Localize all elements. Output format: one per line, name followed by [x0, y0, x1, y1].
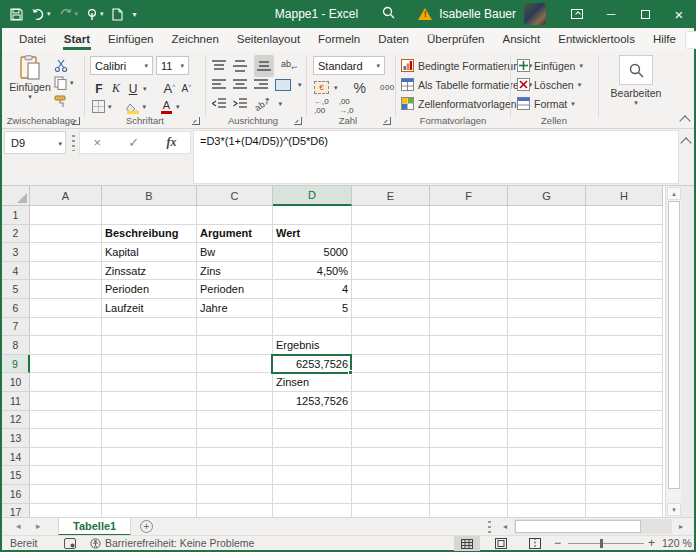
- cell-C9[interactable]: [197, 355, 273, 374]
- cell-C5[interactable]: Perioden: [197, 280, 273, 299]
- paste-button[interactable]: Einfügen ▾: [8, 55, 52, 101]
- underline-button[interactable]: U: [126, 82, 140, 96]
- cell-H6[interactable]: [586, 299, 663, 318]
- cell-A7[interactable]: [30, 318, 102, 337]
- page-break-view-button[interactable]: [522, 536, 548, 551]
- cell-A11[interactable]: [30, 392, 102, 411]
- cell-A2[interactable]: [30, 225, 102, 244]
- vertical-scrollbar[interactable]: ▴ ▾: [665, 186, 681, 517]
- hscroll-right-icon[interactable]: ▸: [674, 519, 688, 534]
- tab-daten[interactable]: Daten: [369, 29, 418, 50]
- undo-dropdown-icon[interactable]: ▾: [47, 10, 51, 18]
- comma-style-button[interactable]: 000: [380, 83, 395, 92]
- cell-C1[interactable]: [197, 206, 273, 225]
- cell-H2[interactable]: [586, 225, 663, 244]
- cell-A13[interactable]: [30, 429, 102, 448]
- cell-F12[interactable]: [430, 411, 508, 430]
- cell-A15[interactable]: [30, 466, 102, 485]
- merge-dropdown-icon[interactable]: ▾: [298, 81, 302, 89]
- cell-B13[interactable]: [102, 429, 197, 448]
- user-avatar[interactable]: [524, 3, 546, 25]
- row-header-9[interactable]: 9: [2, 355, 30, 374]
- cell-E11[interactable]: [352, 392, 430, 411]
- increase-decimal-button[interactable]: ←,0,00: [314, 97, 329, 115]
- cell-D5[interactable]: 4: [273, 280, 352, 299]
- cell-G11[interactable]: [508, 392, 586, 411]
- cell-H14[interactable]: [586, 448, 663, 467]
- accounting-dropdown-icon[interactable]: ▾: [334, 84, 338, 92]
- share-button[interactable]: Teilen: [685, 31, 696, 49]
- close-button[interactable]: ×: [662, 0, 696, 28]
- accessibility-status[interactable]: Barrierefreiheit: Keine Probleme: [105, 537, 254, 549]
- cell-G6[interactable]: [508, 299, 586, 318]
- save-icon[interactable]: [8, 4, 25, 24]
- normal-view-button[interactable]: [454, 536, 480, 551]
- percent-style-button[interactable]: %: [354, 80, 366, 96]
- number-dialog-launcher[interactable]: [383, 117, 391, 125]
- zoom-slider-track[interactable]: [568, 543, 644, 544]
- cell-E7[interactable]: [352, 318, 430, 337]
- cell-E4[interactable]: [352, 262, 430, 281]
- cell-H16[interactable]: [586, 485, 663, 504]
- cell-E10[interactable]: [352, 373, 430, 392]
- decrease-decimal-button[interactable]: ,00→,0: [339, 97, 354, 115]
- tab-hilfe[interactable]: Hilfe: [644, 29, 685, 50]
- cell-C7[interactable]: [197, 318, 273, 337]
- cell-A1[interactable]: [30, 206, 102, 225]
- increase-indent-icon[interactable]: [233, 98, 247, 110]
- zoom-slider-thumb[interactable]: [600, 539, 603, 548]
- cell-D9[interactable]: 6253,7526: [273, 355, 352, 374]
- cell-A17[interactable]: [30, 504, 102, 517]
- column-header-E[interactable]: E: [352, 186, 430, 206]
- cell-A9[interactable]: [30, 355, 102, 374]
- scroll-up-icon[interactable]: ▴: [667, 187, 681, 200]
- merge-center-button[interactable]: [275, 79, 291, 91]
- cell-B12[interactable]: [102, 411, 197, 430]
- row-header-2[interactable]: 2: [2, 225, 30, 244]
- cell-G14[interactable]: [508, 448, 586, 467]
- tab-start[interactable]: Start: [55, 29, 99, 50]
- tab-datei[interactable]: Datei: [10, 29, 55, 50]
- cell-G12[interactable]: [508, 411, 586, 430]
- column-header-A[interactable]: A: [30, 186, 102, 206]
- new-sheet-button[interactable]: +: [140, 520, 153, 533]
- cell-C16[interactable]: [197, 485, 273, 504]
- cell-H13[interactable]: [586, 429, 663, 448]
- cell-A14[interactable]: [30, 448, 102, 467]
- cell-F2[interactable]: [430, 225, 508, 244]
- number-format-combobox[interactable]: Standard▾: [313, 56, 385, 75]
- hscroll-left-icon[interactable]: ◂: [498, 519, 512, 534]
- cell-H8[interactable]: [586, 336, 663, 355]
- cell-H9[interactable]: [586, 355, 663, 374]
- cell-E17[interactable]: [352, 504, 430, 517]
- cell-F17[interactable]: [430, 504, 508, 517]
- row-header-5[interactable]: 5: [2, 280, 30, 299]
- sheet-tab-tabelle1[interactable]: Tabelle1: [58, 518, 131, 536]
- cell-C12[interactable]: [197, 411, 273, 430]
- cell-A10[interactable]: [30, 373, 102, 392]
- accounting-format-button[interactable]: €: [314, 81, 329, 94]
- font-size-combobox[interactable]: 11▾: [156, 56, 189, 75]
- bold-button[interactable]: F: [92, 82, 106, 96]
- font-color-dropdown-icon[interactable]: ▾: [176, 103, 180, 111]
- cell-B5[interactable]: Perioden: [102, 280, 197, 299]
- cell-G8[interactable]: [508, 336, 586, 355]
- minimize-button[interactable]: ─: [594, 0, 628, 28]
- macro-record-icon[interactable]: [64, 538, 76, 551]
- row-header-8[interactable]: 8: [2, 336, 30, 355]
- page-layout-view-button[interactable]: [488, 536, 514, 551]
- row-header-13[interactable]: 13: [2, 429, 30, 448]
- align-bottom-button[interactable]: [254, 55, 274, 77]
- cell-C4[interactable]: Zins: [197, 262, 273, 281]
- collapse-ribbon-icon[interactable]: [680, 113, 690, 119]
- collapse-formula-bar-icon[interactable]: [681, 135, 691, 153]
- undo-button[interactable]: ▾: [29, 4, 53, 24]
- scroll-down-icon[interactable]: ▾: [667, 503, 681, 516]
- cell-D4[interactable]: 4,50%: [273, 262, 352, 281]
- maximize-button[interactable]: [628, 0, 662, 28]
- cell-H15[interactable]: [586, 466, 663, 485]
- cell-E2[interactable]: [352, 225, 430, 244]
- cell-C3[interactable]: Bw: [197, 243, 273, 262]
- cell-E12[interactable]: [352, 411, 430, 430]
- insert-function-icon[interactable]: fx: [166, 135, 176, 150]
